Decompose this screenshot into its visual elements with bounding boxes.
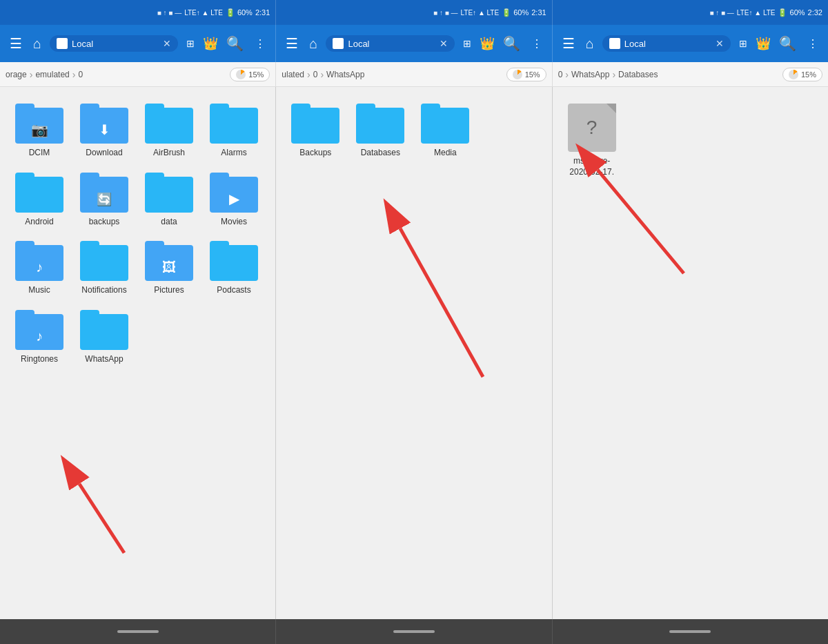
add-tab-btn-2[interactable]: ⊞ <box>460 35 474 52</box>
breadcrumb-bar-2: ulated › 0 › WhatsApp 15% <box>276 62 552 86</box>
more-btn-2[interactable]: ⋮ <box>529 35 545 53</box>
pictures-icon: 🖼 <box>162 260 176 275</box>
folder-label-data: data <box>161 217 177 228</box>
folder-ringtones[interactable]: ♪ Ringtones <box>8 304 70 371</box>
hamburger-btn-3[interactable]: ☰ <box>560 32 578 55</box>
tab-close-3[interactable]: ✕ <box>716 38 724 49</box>
tab-icon-1 <box>57 38 68 49</box>
folder-icon-alarms <box>210 104 258 144</box>
home-btn-3[interactable]: ⌂ <box>583 33 597 55</box>
tab-label-1: Local <box>72 39 159 49</box>
folder-grid-2: Backups Databases Media <box>284 98 543 164</box>
battery-1: 🔋 60% <box>226 8 253 17</box>
file-msgstore[interactable]: ? msgstore-2020-02-17. <box>561 98 623 183</box>
tab-label-3: Local <box>624 39 711 49</box>
bc-0-3[interactable]: 0 <box>558 70 563 79</box>
bottom-bar-1 <box>0 619 276 644</box>
bc-storage[interactable]: orage <box>6 70 27 79</box>
bc-emulated[interactable]: emulated <box>35 70 69 79</box>
status-bar-1: ■ ↑ ■ — LTE↑ ▲ LTE 🔋 60% 2:31 <box>0 0 276 25</box>
bc-0-1[interactable]: 0 <box>78 70 83 79</box>
tab-pill-3[interactable]: Local ✕ <box>602 35 731 52</box>
folder-icon-android <box>15 173 63 213</box>
folder-label-podcasts: Podcasts <box>217 285 250 296</box>
folder-movies[interactable]: ▶ Movies <box>203 167 265 233</box>
breadcrumb-bar-1: orage › emulated › 0 15% <box>0 62 276 86</box>
tab-pill-2[interactable]: Local ✕ <box>326 35 454 52</box>
breadcrumbs: orage › emulated › 0 15% ulated › 0 › Wh… <box>0 62 828 87</box>
hamburger-btn-1[interactable]: ☰ <box>7 32 25 55</box>
bc-whatsapp-3[interactable]: WhatsApp <box>571 70 609 79</box>
search-btn-1[interactable]: 🔍 <box>224 32 246 55</box>
toolbars: ☰ ⌂ Local ✕ ⊞ 👑 🔍 ⋮ ☰ ⌂ Local ✕ ⊞ 👑 🔍 ⋮ … <box>0 25 828 62</box>
folder-dcim[interactable]: 📷 DCIM <box>8 98 70 164</box>
folder-label-pictures: Pictures <box>154 285 184 296</box>
folder-icon-podcasts <box>210 241 258 281</box>
nav-pill-2[interactable] <box>393 630 435 633</box>
more-btn-3[interactable]: ⋮ <box>805 35 821 53</box>
add-tab-btn-3[interactable]: ⊞ <box>736 35 750 52</box>
folder-icon-backups-wa <box>291 104 339 144</box>
folder-backups[interactable]: 🔄 backups <box>73 167 135 233</box>
folder-backups-wa[interactable]: Backups <box>284 98 346 164</box>
crown-2: 👑 <box>480 36 495 51</box>
search-btn-3[interactable]: 🔍 <box>776 32 799 55</box>
folder-label-ringtones: Ringtones <box>21 354 58 365</box>
folder-android[interactable]: Android <box>8 167 70 233</box>
battery-2: 🔋 60% <box>502 8 529 17</box>
search-btn-2[interactable]: 🔍 <box>500 32 523 55</box>
folder-label-movies: Movies <box>221 217 247 228</box>
folder-icon-whatsapp-1 <box>80 310 128 350</box>
music-icon-ringtones: ♪ <box>36 329 43 344</box>
status-bar-3: ■ ↑ ■ — LTE↑ ▲ LTE 🔋 60% 2:32 <box>553 0 828 25</box>
home-btn-1[interactable]: ⌂ <box>30 33 44 55</box>
folder-label-backups-wa: Backups <box>299 148 331 159</box>
folder-label-alarms: Alarms <box>221 148 246 159</box>
bc-whatsapp-2[interactable]: WhatsApp <box>326 70 364 79</box>
file-label-msgstore: msgstore-2020-02-17. <box>564 156 620 177</box>
folder-label-backups: backups <box>89 217 120 228</box>
bottom-bar-2 <box>276 619 552 644</box>
status-bars: ■ ↑ ■ — LTE↑ ▲ LTE 🔋 60% 2:31 ■ ↑ ■ — LT… <box>0 0 828 25</box>
storage-badge-2: 15% <box>506 68 546 81</box>
folder-data[interactable]: data <box>138 167 200 233</box>
folder-icon-notifications <box>80 241 128 281</box>
status-icons-3: ■ ↑ ■ — <box>709 9 733 17</box>
hamburger-btn-2[interactable]: ☰ <box>283 32 301 55</box>
tab-close-1[interactable]: ✕ <box>163 38 171 49</box>
folder-podcasts[interactable]: Podcasts <box>203 235 265 302</box>
folder-alarms[interactable]: Alarms <box>203 98 265 164</box>
panel-3: ? msgstore-2020-02-17. <box>553 87 828 619</box>
folder-databases[interactable]: Databases <box>349 98 411 164</box>
folder-media[interactable]: Media <box>414 98 476 164</box>
folder-airbrush[interactable]: AirBrush <box>138 98 200 164</box>
panel-1: 📷 DCIM ⬇ Download <box>0 87 276 619</box>
bc-databases[interactable]: Databases <box>618 70 658 79</box>
folder-pictures[interactable]: 🖼 Pictures <box>138 235 200 302</box>
folder-download[interactable]: ⬇ Download <box>73 98 135 164</box>
more-btn-1[interactable]: ⋮ <box>252 35 268 53</box>
svg-line-1 <box>79 484 124 553</box>
folder-notifications[interactable]: Notifications <box>73 235 135 302</box>
signal-3: LTE↑ ▲ LTE <box>737 9 776 17</box>
home-btn-2[interactable]: ⌂ <box>306 33 320 55</box>
time-3: 2:32 <box>808 8 822 17</box>
file-icon-msgstore: ? <box>568 104 616 152</box>
folder-music[interactable]: ♪ Music <box>8 235 70 302</box>
bc-0-2[interactable]: 0 <box>313 70 318 79</box>
crown-1: 👑 <box>203 36 218 51</box>
folder-label-dcim: DCIM <box>29 148 50 159</box>
bc-ulated[interactable]: ulated <box>282 70 304 79</box>
signal-1: LTE↑ ▲ LTE <box>184 9 223 17</box>
folder-grid-1: 📷 DCIM ⬇ Download <box>8 98 267 370</box>
status-bar-2: ■ ↑ ■ — LTE↑ ▲ LTE 🔋 60% 2:31 <box>276 0 552 25</box>
nav-pill-3[interactable] <box>669 630 711 633</box>
tab-close-2[interactable]: ✕ <box>440 38 448 49</box>
folder-label-whatsapp-1: WhatsApp <box>85 354 123 365</box>
tab-pill-1[interactable]: Local ✕ <box>50 35 178 52</box>
tab-label-2: Local <box>348 39 435 49</box>
arrow-whatsapp-panel1 <box>41 446 166 556</box>
nav-pill-1[interactable] <box>117 630 159 633</box>
folder-whatsapp-1[interactable]: WhatsApp <box>73 304 135 371</box>
add-tab-btn-1[interactable]: ⊞ <box>184 35 197 52</box>
